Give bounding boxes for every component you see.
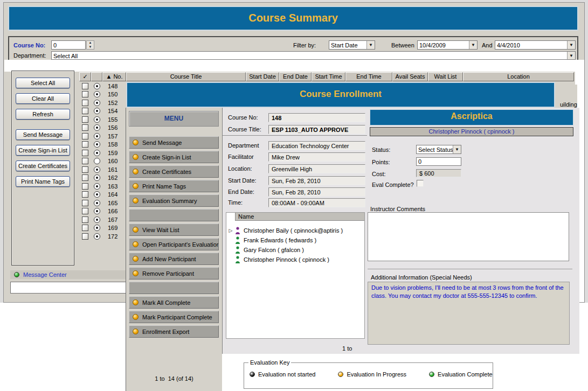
column-header-end-date[interactable]: End Date [279,72,312,81]
participant-name[interactable]: Frank Edwards ( fedwards ) [244,237,316,243]
row-checkbox[interactable] [82,217,88,223]
table-row-148[interactable]: 148 [79,82,117,90]
menu-item-evaluation-summary[interactable]: Evaluation Summary [129,194,219,207]
row-radio[interactable] [94,183,100,190]
row-radio[interactable] [94,108,100,114]
row-radio[interactable] [94,208,100,214]
participant-row-frank-edwards[interactable]: Frank Edwards ( fedwards ) [226,235,364,245]
table-row-156[interactable]: 156 [79,124,117,132]
row-radio[interactable] [94,233,100,240]
menu-item-print-name-tags[interactable]: Print Name Tags [129,180,219,192]
action-button-create-certificates[interactable]: Create Certificates [16,160,70,171]
table-row-150[interactable]: 150 [79,90,117,99]
row-radio[interactable] [94,217,100,223]
table-row-169[interactable]: 169 [79,224,117,233]
row-checkbox[interactable] [82,150,88,156]
table-row-155[interactable]: 155 [79,115,117,124]
row-checkbox[interactable] [82,200,88,206]
spinner-up-icon[interactable]: ▲ [87,41,94,45]
column-header-start-date[interactable]: Start Date [246,72,279,81]
menu-item-mark-all-complete[interactable]: Mark All Complete [129,296,219,309]
chevron-down-icon[interactable]: ▼ [567,41,575,49]
action-button-create-sign-in-list[interactable]: Create Sign-in List [16,145,70,156]
row-checkbox[interactable] [82,225,88,231]
menu-item-enrollment-export[interactable]: Enrollment Export [129,325,219,338]
chevron-down-icon[interactable]: ▼ [453,145,461,153]
column-header-avail-seats[interactable]: Avail Seats [392,72,428,81]
spinner-down-icon[interactable]: ▼ [87,45,94,50]
row-radio[interactable] [94,100,100,106]
participant-list-header[interactable]: Name [235,213,364,221]
row-checkbox[interactable] [82,124,88,131]
menu-item-view-wait-list[interactable]: View Wait List [129,224,219,236]
row-checkbox[interactable] [82,191,88,198]
participant-link[interactable]: Christopher Pinnock ( cpinnock ) [370,127,573,136]
row-checkbox[interactable] [82,208,88,214]
row-radio[interactable] [94,83,100,89]
department-select[interactable]: Select All▼ [51,51,576,60]
row-checkbox[interactable] [82,133,88,139]
row-checkbox[interactable] [82,233,88,240]
row-radio[interactable] [94,116,100,123]
status-select[interactable]: Select Status▼ [416,145,461,154]
participant-name[interactable]: Christopher Pinnock ( cpinnock ) [244,256,329,263]
action-button-print-name-tags[interactable]: Print Name Tags [16,176,70,187]
row-radio[interactable] [94,141,100,148]
table-row-163[interactable]: 163 [79,182,117,191]
chevron-down-icon[interactable]: ▼ [567,52,575,59]
participant-row-gary-falcon[interactable]: Gary Falcon ( gfalcon ) [226,245,364,255]
row-radio[interactable] [94,91,100,97]
table-row-158[interactable]: 158 [79,141,117,149]
column-header-course-title[interactable]: Course Title [126,72,246,81]
menu-item-create-certificates[interactable]: Create Certificates [129,165,219,178]
row-checkbox[interactable] [82,141,88,148]
row-radio[interactable] [94,191,100,198]
table-row-157[interactable]: 157 [79,132,117,141]
table-row-152[interactable]: 152 [79,99,117,107]
menu-item-add-new-participant[interactable]: Add New Participant [129,253,219,265]
table-row-159[interactable]: 159 [79,149,117,157]
action-button-refresh[interactable]: Refresh [16,109,70,120]
between-date-select[interactable]: 10/4/2009▼ [417,40,478,50]
row-radio[interactable] [94,174,100,181]
participant-row-christopher-baily[interactable]: ▷Christopher Baily ( cpinnock@aptiris ) [226,226,364,235]
row-radio[interactable] [94,225,100,231]
action-button-select-all[interactable]: Select All [16,78,70,88]
chevron-down-icon[interactable]: ▼ [366,41,375,49]
row-checkbox[interactable] [82,174,88,181]
row-checkbox[interactable] [82,83,88,89]
instructor-comments-textarea[interactable] [368,212,569,261]
course-table-header[interactable]: ✓▲ No.Course TitleStart DateEnd DateStar… [79,72,574,81]
and-date-select[interactable]: 4/4/2010▼ [495,40,576,50]
row-checkbox[interactable] [82,183,88,190]
row-checkbox[interactable] [82,91,88,97]
eval-complete-checkbox[interactable] [417,180,424,187]
column-header-end-time[interactable]: End Time [345,72,392,81]
row-radio[interactable] [94,158,100,164]
table-row-165[interactable]: 165 [79,199,117,207]
column-header-wait-list[interactable]: Wait List [428,72,463,81]
column-header-radio[interactable] [91,72,102,81]
table-row-161[interactable]: 161 [79,165,117,174]
row-radio[interactable] [94,133,100,139]
menu-item-remove-participant[interactable]: Remove Participant [129,267,219,280]
table-row-164[interactable]: 164 [79,191,117,199]
row-radio[interactable] [94,166,100,173]
action-button-clear-all[interactable]: Clear All [16,93,70,104]
course-no-input[interactable] [51,40,86,50]
row-checkbox[interactable] [82,158,88,164]
row-checkbox[interactable] [82,166,88,173]
row-checkbox[interactable] [82,100,88,106]
row-checkbox[interactable] [82,116,88,123]
row-radio[interactable] [94,124,100,131]
action-button-send-message[interactable]: Send Message [16,129,70,140]
row-checkbox[interactable] [82,108,88,114]
table-row-160[interactable]: 160 [79,157,117,166]
menu-item-mark-participant-complete[interactable]: Mark Participant Complete [129,311,219,323]
table-row-167[interactable]: 167 [79,215,117,224]
table-row-162[interactable]: 162 [79,174,117,183]
column-header-location[interactable]: Location [463,72,574,81]
participant-name[interactable]: Christopher Baily ( cpinnock@aptiris ) [244,227,343,234]
menu-item-open-participant-s-evaluation[interactable]: Open Participant's Evaluation [129,238,219,250]
row-radio[interactable] [94,200,100,206]
